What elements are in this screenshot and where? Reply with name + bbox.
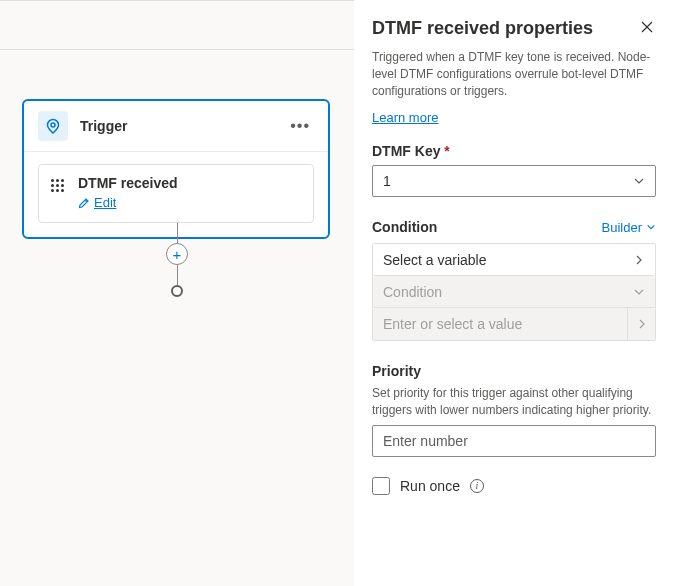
- flow-canvas[interactable]: Trigger ••• DTMF received Edit +: [0, 0, 354, 586]
- dtmf-key-value: 1: [383, 173, 391, 189]
- condition-mode-toggle[interactable]: Builder: [602, 220, 656, 235]
- panel-description: Triggered when a DTMF key tone is receiv…: [372, 49, 656, 99]
- panel-title: DTMF received properties: [372, 18, 593, 39]
- condition-label: Condition: [372, 219, 437, 235]
- priority-label: Priority: [372, 363, 656, 379]
- chevron-down-icon: [646, 222, 656, 232]
- node-connector: +: [166, 223, 188, 297]
- pencil-icon: [78, 197, 90, 209]
- condition-value-input[interactable]: Enter or select a value: [373, 308, 655, 340]
- dtmf-key-dropdown[interactable]: 1: [372, 165, 656, 197]
- node-more-button[interactable]: •••: [286, 115, 314, 137]
- run-once-row[interactable]: Run once i: [372, 477, 656, 495]
- chevron-down-icon: [633, 286, 645, 298]
- learn-more-link[interactable]: Learn more: [372, 110, 438, 125]
- run-once-checkbox[interactable]: [372, 477, 390, 495]
- node-title: Trigger: [80, 118, 286, 134]
- dtmf-key-label: DTMF Key *: [372, 143, 656, 159]
- svg-point-0: [51, 123, 55, 127]
- add-step-button[interactable]: +: [166, 243, 188, 265]
- drag-handle-icon[interactable]: [51, 179, 64, 192]
- priority-input[interactable]: [372, 425, 656, 457]
- chevron-right-icon: [627, 308, 655, 340]
- trigger-event-card[interactable]: DTMF received Edit: [38, 164, 314, 223]
- run-once-label: Run once: [400, 478, 460, 494]
- condition-builder: Select a variable Condition Enter or sel…: [372, 243, 656, 341]
- trigger-icon: [38, 111, 68, 141]
- info-icon[interactable]: i: [470, 479, 484, 493]
- condition-variable-select[interactable]: Select a variable: [373, 244, 655, 276]
- chevron-right-icon: [633, 254, 645, 266]
- trigger-node[interactable]: Trigger ••• DTMF received Edit: [22, 99, 330, 239]
- close-button[interactable]: [638, 18, 656, 39]
- chevron-down-icon: [633, 175, 645, 187]
- edit-link[interactable]: Edit: [78, 195, 116, 210]
- condition-operator-select[interactable]: Condition: [373, 276, 655, 308]
- node-header: Trigger •••: [24, 101, 328, 152]
- close-icon: [640, 20, 654, 34]
- end-node-icon: [171, 285, 183, 297]
- priority-description: Set priority for this trigger against ot…: [372, 385, 656, 419]
- event-name: DTMF received: [78, 175, 301, 191]
- properties-panel: DTMF received properties Triggered when …: [354, 0, 674, 586]
